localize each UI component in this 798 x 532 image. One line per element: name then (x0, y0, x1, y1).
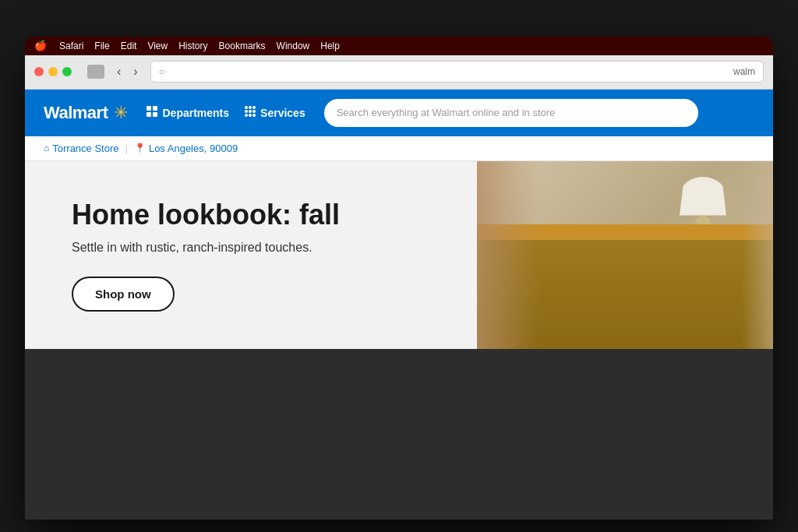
departments-label: Departments (162, 107, 229, 119)
services-nav-item[interactable]: Services (245, 106, 305, 119)
svg-rect-4 (147, 106, 151, 111)
svg-point-15 (249, 114, 252, 117)
menu-edit[interactable]: Edit (121, 41, 137, 51)
menu-bookmarks[interactable]: Bookmarks (219, 41, 266, 51)
svg-point-9 (249, 106, 252, 109)
address-bar[interactable]: ○ walm (150, 61, 764, 83)
maximize-button[interactable] (62, 67, 72, 76)
svg-point-10 (252, 106, 256, 109)
hero-subtitle: Settle in with rustic, ranch-inspired to… (72, 241, 430, 255)
svg-rect-6 (147, 112, 151, 117)
store-icon: ⌂ (44, 143, 49, 153)
safari-toolbar: ‹ › ○ walm (25, 55, 773, 90)
mac-menubar: 🍎 Safari File Edit View History Bookmark… (25, 37, 773, 55)
back-button[interactable]: ‹ (112, 63, 125, 80)
svg-rect-2 (95, 71, 102, 72)
image-blur-right (742, 161, 773, 349)
walmart-logo-text: Walmart (44, 103, 108, 123)
services-dots-icon (245, 106, 256, 119)
location-address-text: Los Angeles, 90009 (149, 143, 238, 154)
location-address-link[interactable]: 📍 Los Angeles, 90009 (134, 143, 238, 154)
nav-buttons: ‹ › (112, 63, 143, 80)
browser-content: Walmart ✳ Departments (25, 90, 773, 349)
menu-file[interactable]: File (94, 41, 109, 51)
departments-nav-item[interactable]: Departments (147, 106, 229, 119)
hero-content: Home lookbook: fall Settle in with rusti… (25, 161, 477, 349)
hero-title: Home lookbook: fall (72, 199, 430, 231)
svg-point-13 (252, 110, 256, 113)
services-label: Services (260, 107, 305, 119)
walmart-spark-icon: ✳ (114, 103, 128, 123)
menu-view[interactable]: View (147, 41, 168, 51)
menu-window[interactable]: Window (277, 41, 310, 51)
svg-rect-5 (153, 106, 157, 111)
hero-image (477, 161, 773, 349)
address-bar-lock-icon: ○ (159, 66, 164, 77)
sidebar-toggle[interactable] (87, 65, 104, 79)
lamp-shade (680, 177, 726, 216)
image-blur-left (477, 161, 539, 349)
walmart-search-bar[interactable]: Search everything at Walmart online and … (324, 99, 698, 127)
svg-point-14 (245, 114, 248, 117)
mac-menu-items: Safari File Edit View History Bookmarks … (59, 41, 340, 51)
address-bar-text: walm (733, 66, 755, 77)
store-location-link[interactable]: ⌂ Torrance Store (44, 143, 119, 154)
walmart-nav: Departments (147, 106, 305, 119)
walmart-main: Home lookbook: fall Settle in with rusti… (25, 161, 773, 349)
close-button[interactable] (34, 67, 44, 76)
apple-menu[interactable]: 🍎 (34, 40, 47, 51)
departments-grid-icon (147, 106, 157, 119)
menu-help[interactable]: Help (320, 41, 340, 51)
shop-now-button[interactable]: Shop now (72, 277, 175, 312)
location-divider: | (125, 143, 128, 154)
traffic-lights (34, 67, 72, 76)
forward-button[interactable]: › (129, 63, 142, 80)
svg-point-16 (252, 114, 256, 117)
walmart-location-bar: ⌂ Torrance Store | 📍 Los Angeles, 90009 (25, 136, 773, 161)
svg-rect-0 (90, 66, 94, 77)
walmart-header: Walmart ✳ Departments (25, 90, 773, 136)
menu-safari[interactable]: Safari (59, 41, 83, 51)
browser-window: 🍎 Safari File Edit View History Bookmark… (25, 37, 773, 520)
svg-point-12 (249, 110, 252, 113)
search-placeholder: Search everything at Walmart online and … (337, 107, 556, 118)
svg-point-11 (245, 110, 248, 113)
store-name: Torrance Store (52, 143, 118, 154)
svg-rect-1 (95, 68, 102, 69)
walmart-logo[interactable]: Walmart ✳ (44, 103, 128, 123)
location-pin-icon: 📍 (134, 143, 146, 153)
minimize-button[interactable] (48, 67, 58, 76)
svg-rect-3 (95, 74, 102, 76)
menu-history[interactable]: History (178, 41, 207, 51)
svg-point-8 (245, 106, 248, 109)
svg-rect-7 (153, 112, 157, 117)
